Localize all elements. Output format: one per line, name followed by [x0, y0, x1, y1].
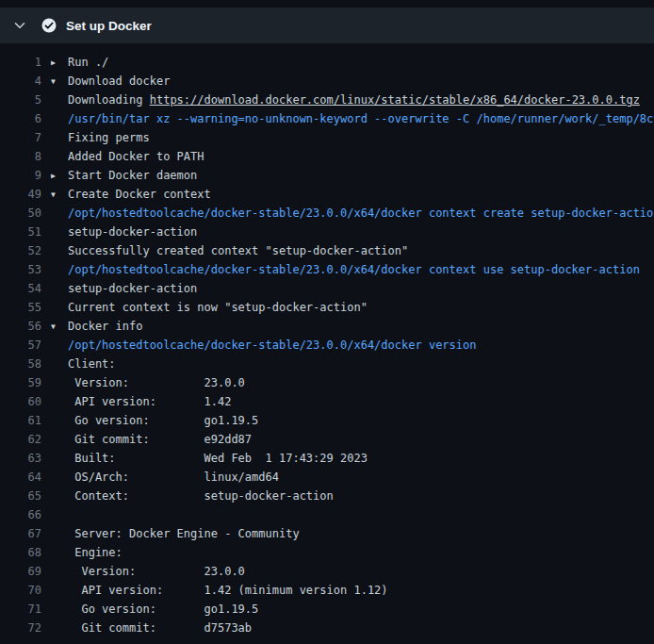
command-text: /opt/hostedtoolcache/docker-stable/23.0.…	[68, 339, 476, 352]
line-text: Fixing perms	[68, 131, 150, 144]
group-toggle-icon[interactable]: ▼	[51, 322, 68, 331]
log-line: 65 Context: setup-docker-action	[0, 487, 654, 505]
line-text: Context: setup-docker-action	[68, 489, 334, 503]
line-text: Successfully created context "setup-dock…	[68, 244, 408, 257]
log-line: 71 Go version: go1.19.5	[0, 600, 654, 619]
line-text: Client:	[68, 357, 116, 371]
group-title[interactable]: Run ./	[68, 56, 108, 69]
log-line: 67 Server: Docker Engine - Community	[0, 524, 654, 543]
line-number[interactable]: 54	[0, 282, 41, 295]
line-number[interactable]: 52	[0, 244, 41, 257]
line-number[interactable]: 50	[0, 206, 41, 220]
line-text: Git commit: e92dd87	[68, 433, 252, 446]
group-toggle-icon[interactable]: ▼	[51, 190, 68, 199]
log-line: 7 Fixing perms	[0, 128, 654, 147]
log-line: 55 Current context is now "setup-docker-…	[0, 298, 654, 317]
log-line: 70 API version: 1.42 (minimum version 1.…	[0, 581, 654, 600]
step-header[interactable]: Set up Docker	[0, 8, 654, 43]
step-title: Set up Docker	[66, 19, 152, 33]
log-line: 58 Client:	[0, 355, 654, 373]
group-title[interactable]: Docker info	[68, 320, 142, 333]
log-line: 8 Added Docker to PATH	[0, 147, 654, 166]
line-number[interactable]: 55	[0, 301, 41, 314]
line-number[interactable]: 67	[0, 527, 41, 540]
log-line: 52 Successfully created context "setup-d…	[0, 241, 654, 260]
line-number[interactable]: 62	[0, 433, 41, 446]
line-number[interactable]: 8	[0, 150, 41, 163]
line-number[interactable]: 70	[0, 584, 41, 597]
group-title[interactable]: Download docker	[68, 74, 170, 88]
group-title[interactable]: Create Docker context	[68, 188, 211, 201]
chevron-down-icon[interactable]	[13, 19, 26, 32]
log-line-command: 50 /opt/hostedtoolcache/docker-stable/23…	[0, 204, 654, 223]
command-text: /opt/hostedtoolcache/docker-stable/23.0.…	[68, 263, 640, 276]
line-text: Go version: go1.19.5	[68, 603, 258, 616]
log-line-group[interactable]: 9 ▶ Start Docker daemon	[0, 166, 654, 185]
line-text: setup-docker-action	[68, 225, 197, 239]
line-number[interactable]: 58	[0, 357, 41, 371]
line-text: API version: 1.42	[68, 395, 231, 408]
line-number[interactable]: 6	[0, 112, 41, 125]
log-line-command: 53 /opt/hostedtoolcache/docker-stable/23…	[0, 260, 654, 279]
line-number[interactable]: 57	[0, 339, 41, 352]
line-text: Git commit: d7573ab	[68, 621, 252, 635]
command-text: /usr/bin/tar xz --warning=no-unknown-key…	[68, 112, 654, 125]
line-number[interactable]: 60	[0, 395, 41, 408]
line-number[interactable]: 72	[0, 621, 41, 635]
line-number[interactable]: 53	[0, 263, 41, 276]
check-circle-icon	[41, 18, 57, 33]
group-toggle-icon[interactable]: ▼	[51, 77, 68, 86]
line-number[interactable]: 51	[0, 225, 41, 239]
top-strip	[0, 0, 654, 8]
group-title[interactable]: Start Docker daemon	[68, 169, 197, 182]
log-line-group[interactable]: 49 ▼ Create Docker context	[0, 185, 654, 204]
line-number[interactable]: 65	[0, 489, 41, 503]
line-number[interactable]: 9	[0, 169, 41, 182]
line-text: Added Docker to PATH	[68, 150, 204, 163]
group-toggle-icon[interactable]: ▶	[51, 58, 68, 67]
line-text: Current context is now "setup-docker-act…	[68, 301, 368, 314]
line-number[interactable]: 1	[0, 56, 41, 69]
line-number[interactable]: 7	[0, 131, 41, 144]
group-toggle-icon[interactable]: ▶	[51, 172, 68, 180]
line-number[interactable]: 5	[0, 93, 41, 107]
line-number[interactable]: 59	[0, 376, 41, 389]
log-line: 51 setup-docker-action	[0, 223, 654, 241]
log-line: 63 Built: Wed Feb 1 17:43:29 2023	[0, 449, 654, 468]
line-text: Downloading	[68, 93, 150, 107]
command-text: /opt/hostedtoolcache/docker-stable/23.0.…	[68, 206, 654, 220]
log-line: 61 Go version: go1.19.5	[0, 411, 654, 430]
line-number[interactable]: 63	[0, 452, 41, 465]
line-text: OS/Arch: linux/amd64	[68, 471, 279, 484]
log-line-group[interactable]: 4 ▼ Download docker	[0, 72, 654, 91]
line-number[interactable]: 64	[0, 471, 41, 484]
line-number[interactable]: 68	[0, 546, 41, 559]
log-line: 59 Version: 23.0.0	[0, 373, 654, 392]
log-line: 64 OS/Arch: linux/amd64	[0, 468, 654, 487]
log-line-command: 57 /opt/hostedtoolcache/docker-stable/23…	[0, 336, 654, 355]
log-line: 54 setup-docker-action	[0, 279, 654, 298]
line-text: Go version: go1.19.5	[68, 414, 258, 427]
line-number[interactable]: 4	[0, 74, 41, 88]
log-viewer: 1 ▶ Run ./ 4 ▼ Download docker 5 Downloa…	[0, 43, 654, 637]
log-line-group[interactable]: 56 ▼ Docker info	[0, 317, 654, 336]
line-number[interactable]: 49	[0, 188, 41, 201]
log-line: 72 Git commit: d7573ab	[0, 619, 654, 637]
line-text: Version: 23.0.0	[68, 376, 245, 389]
line-number[interactable]: 71	[0, 603, 41, 616]
line-text: Version: 23.0.0	[68, 565, 245, 578]
line-text: Engine:	[68, 546, 123, 559]
line-number[interactable]: 69	[0, 565, 41, 578]
line-number[interactable]: 66	[0, 508, 41, 521]
log-line: 60 API version: 1.42	[0, 392, 654, 411]
line-text: Built: Wed Feb 1 17:43:29 2023	[68, 452, 368, 465]
line-text: setup-docker-action	[68, 282, 197, 295]
log-line: 62 Git commit: e92dd87	[0, 430, 654, 449]
line-number[interactable]: 61	[0, 414, 41, 427]
log-line-command: 6 /usr/bin/tar xz --warning=no-unknown-k…	[0, 109, 654, 128]
download-url-link[interactable]: https://download.docker.com/linux/static…	[150, 93, 640, 107]
line-text: Server: Docker Engine - Community	[68, 527, 300, 540]
log-line-group[interactable]: 1 ▶ Run ./	[0, 53, 654, 72]
log-line: 66	[0, 505, 654, 524]
line-number[interactable]: 56	[0, 320, 41, 333]
